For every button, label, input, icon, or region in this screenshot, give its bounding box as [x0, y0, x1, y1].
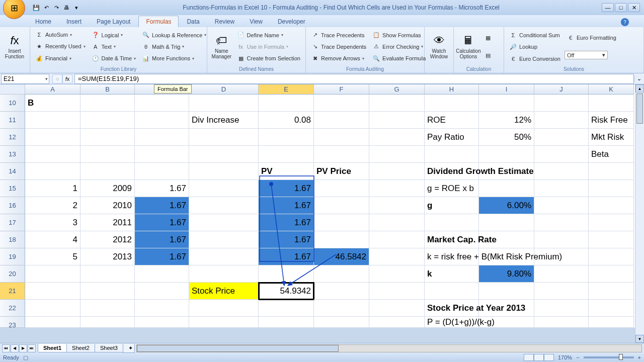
- cell-A19[interactable]: 5: [25, 248, 80, 265]
- tab-view[interactable]: View: [243, 16, 270, 27]
- zoom-thumb[interactable]: [619, 354, 623, 360]
- cell-A13[interactable]: [25, 146, 80, 163]
- cell-B22[interactable]: [80, 300, 135, 317]
- cell-B12[interactable]: [80, 129, 135, 146]
- cell-C15[interactable]: 1.67: [135, 180, 189, 197]
- cell-J11[interactable]: [534, 112, 589, 129]
- cell-D21[interactable]: Stock Price: [189, 283, 259, 300]
- cell-A18[interactable]: 4: [25, 231, 80, 248]
- vertical-scrollbar[interactable]: ▲ ▼: [635, 84, 644, 343]
- cell-A22[interactable]: [25, 300, 80, 317]
- cell-K18[interactable]: [589, 231, 634, 248]
- cell-K17[interactable]: [589, 214, 634, 231]
- define-name-button[interactable]: 📄Define Name: [235, 31, 302, 39]
- cell-C23[interactable]: [135, 317, 189, 328]
- view-normal-button[interactable]: [524, 354, 534, 361]
- row-header-23[interactable]: 23: [0, 317, 25, 328]
- qat-print-icon[interactable]: 🖶: [62, 4, 70, 12]
- cell-K15[interactable]: [589, 180, 634, 197]
- cell-C14[interactable]: [135, 163, 189, 180]
- cell-H22[interactable]: Stock Price at Year 2013: [425, 300, 479, 317]
- cell-E20[interactable]: [259, 265, 314, 283]
- cell-E11[interactable]: 0.08: [259, 112, 314, 129]
- cell-G23[interactable]: [369, 317, 425, 328]
- cell-I21[interactable]: [479, 283, 534, 300]
- cell-B21[interactable]: [80, 283, 135, 300]
- error-checking-button[interactable]: ⚠Error Checking: [370, 43, 428, 50]
- cell-F15[interactable]: [314, 180, 369, 197]
- cell-G11[interactable]: [369, 112, 425, 129]
- cell-F14[interactable]: PV Price: [314, 163, 369, 180]
- horizontal-scrollbar[interactable]: [136, 344, 642, 352]
- cell-D16[interactable]: [189, 197, 259, 214]
- cell-E22[interactable]: [259, 300, 314, 317]
- cell-F11[interactable]: [314, 112, 369, 129]
- remove-arrows-button[interactable]: ✖Remove Arrows: [309, 55, 368, 62]
- cell-J18[interactable]: [534, 231, 589, 248]
- cell-G22[interactable]: [369, 300, 425, 317]
- cell-A15[interactable]: 1: [25, 180, 80, 197]
- cell-F22[interactable]: [314, 300, 369, 317]
- text-button[interactable]: AText: [90, 43, 138, 50]
- calc-now-button[interactable]: ▦: [482, 34, 494, 42]
- cell-A10[interactable]: B: [25, 95, 80, 112]
- help-icon[interactable]: ?: [621, 18, 629, 26]
- row-header-15[interactable]: 15: [0, 180, 25, 197]
- cell-F20[interactable]: [314, 265, 369, 283]
- lookup-reference-button[interactable]: 🔍Lookup & Reference: [140, 31, 208, 39]
- cell-K22[interactable]: [589, 300, 634, 317]
- cell-F18[interactable]: [314, 231, 369, 248]
- sheet-tab-2[interactable]: Sheet2: [66, 344, 95, 352]
- cell-F13[interactable]: [314, 146, 369, 163]
- cell-J10[interactable]: [534, 95, 589, 112]
- cell-I13[interactable]: [479, 146, 534, 163]
- cell-F12[interactable]: [314, 129, 369, 146]
- cell-I16[interactable]: 6.00%: [479, 197, 534, 214]
- cell-A12[interactable]: [25, 129, 80, 146]
- cell-F19[interactable]: 46.5842: [314, 248, 369, 265]
- cell-J13[interactable]: [534, 146, 589, 163]
- col-header-G[interactable]: G: [369, 84, 425, 95]
- sheet-nav-last[interactable]: ⏭: [28, 344, 36, 352]
- cell-G13[interactable]: [369, 146, 425, 163]
- cell-B18[interactable]: 2012: [80, 231, 135, 248]
- qat-save-icon[interactable]: 💾: [32, 4, 40, 12]
- cell-D18[interactable]: [189, 231, 259, 248]
- minimize-button[interactable]: —: [602, 3, 614, 12]
- col-header-K[interactable]: K: [589, 84, 634, 95]
- sheet-tab-new[interactable]: ✦: [123, 344, 135, 353]
- conditional-sum-button[interactable]: ΣConditional Sum: [507, 32, 562, 39]
- cell-A21[interactable]: [25, 283, 80, 300]
- col-header-A[interactable]: A: [25, 84, 80, 95]
- euro-conversion-button[interactable]: €Euro Conversion: [507, 55, 562, 62]
- cell-C18[interactable]: 1.67: [135, 231, 189, 248]
- cell-K11[interactable]: Risk Free: [589, 112, 634, 129]
- qat-custom-icon[interactable]: ▾: [72, 4, 80, 12]
- math-trig-button[interactable]: θMath & Trig: [140, 43, 208, 50]
- row-header-16[interactable]: 16: [0, 197, 25, 214]
- row-header-18[interactable]: 18: [0, 231, 25, 248]
- cell-G15[interactable]: [369, 180, 425, 197]
- zoom-minus[interactable]: −: [576, 354, 579, 360]
- cell-E10[interactable]: [259, 95, 314, 112]
- cell-B11[interactable]: [80, 112, 135, 129]
- sheet-nav-next[interactable]: ▶: [19, 344, 27, 352]
- cell-A17[interactable]: 3: [25, 214, 80, 231]
- cell-G19[interactable]: [369, 248, 425, 265]
- close-button[interactable]: ✕: [628, 3, 640, 12]
- cell-J23[interactable]: [534, 317, 589, 328]
- cell-F16[interactable]: [314, 197, 369, 214]
- cell-H12[interactable]: Pay Ratio: [425, 129, 479, 146]
- row-header-14[interactable]: 14: [0, 163, 25, 180]
- col-header-F[interactable]: F: [314, 84, 369, 95]
- scroll-down-button[interactable]: ▼: [635, 335, 644, 343]
- col-header-I[interactable]: I: [479, 84, 534, 95]
- row-header-13[interactable]: 13: [0, 146, 25, 163]
- cell-D22[interactable]: [189, 300, 259, 317]
- cell-J21[interactable]: [534, 283, 589, 300]
- row-header-12[interactable]: 12: [0, 129, 25, 146]
- sheet-tab-1[interactable]: Sheet1: [38, 344, 67, 352]
- cell-H23[interactable]: P = (D(1+g))/(k-g): [425, 317, 479, 328]
- cell-H19[interactable]: k = risk free + B(Mkt Risk Premium): [425, 248, 479, 265]
- cell-F21[interactable]: [314, 283, 369, 300]
